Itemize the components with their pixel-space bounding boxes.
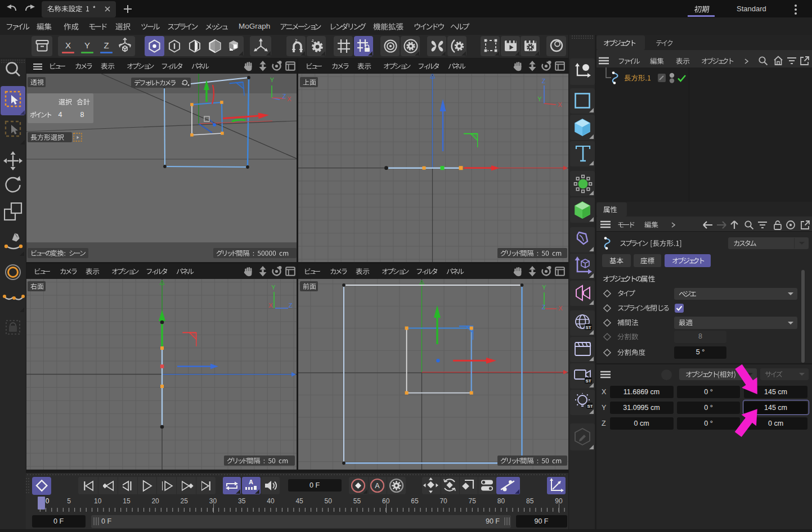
svg-text:ST: ST — [587, 404, 593, 409]
svg-text:A: A — [375, 482, 380, 490]
svg-text:ST: ST — [586, 378, 591, 384]
svg-text:ST: ST — [586, 325, 591, 330]
